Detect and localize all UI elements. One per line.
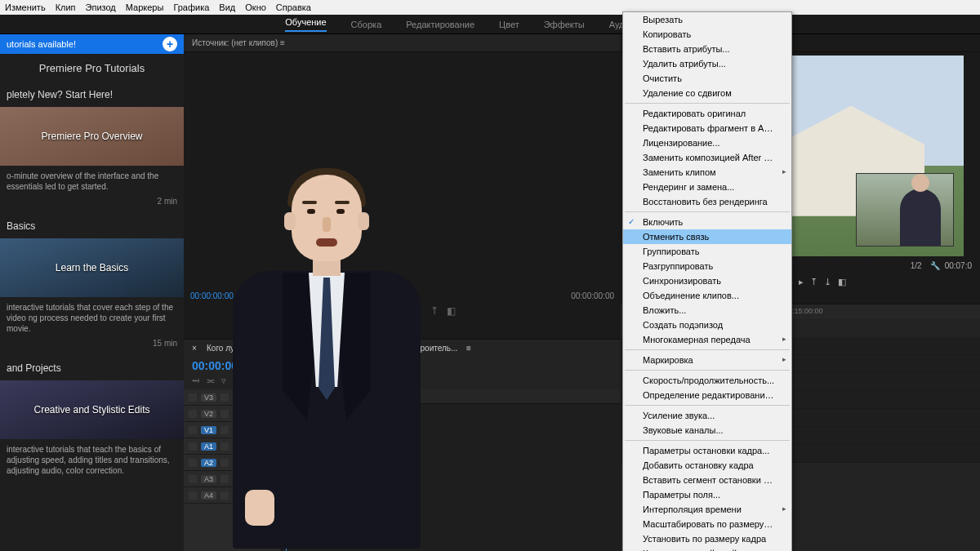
app-menubar[interactable]: ИзменитьКлипЭпизодМаркерыГрафикаВидОкноС… <box>0 0 980 15</box>
menu-item[interactable]: Изменить <box>5 2 46 12</box>
context-menu-item[interactable]: Отменить связь <box>623 229 791 244</box>
menu-separator <box>625 103 790 104</box>
context-menu-item[interactable]: Определение редактирования сцен... <box>623 388 791 402</box>
source-tc-out: 00:00:00:00 <box>571 291 614 300</box>
learn-title: Premiere Pro Tutorials <box>0 54 184 82</box>
menu-item[interactable]: Маркеры <box>126 2 164 12</box>
learn-panel: utorials available! + Premiere Pro Tutor… <box>0 34 184 551</box>
menu-separator <box>625 405 790 406</box>
menu-item[interactable]: Клип <box>56 2 76 12</box>
snap-icon[interactable]: ⤟ <box>192 375 199 386</box>
context-menu-item[interactable]: Объединение клипов... <box>623 288 791 303</box>
tutorial-desc: interactive tutorials that teach the bas… <box>0 444 184 479</box>
lift-icon[interactable]: ⤒ <box>810 277 817 287</box>
menu-separator <box>625 440 790 441</box>
lock-icon[interactable] <box>189 393 197 402</box>
pip-overlay <box>856 173 954 247</box>
step-fwd-icon[interactable]: ▸ <box>799 277 804 287</box>
workspace-tab[interactable]: Обучение <box>285 17 326 32</box>
learn-section-head: pletely New? Start Here! <box>0 82 184 107</box>
context-menu-item[interactable]: Заменить клипом <box>623 165 791 180</box>
context-menu-item[interactable]: Создать подэпизод <box>623 318 791 332</box>
menu-separator <box>625 349 790 350</box>
context-menu-item[interactable]: Параметры поля... <box>623 487 791 502</box>
tutorial-desc: o-minute overview of the interface and t… <box>0 171 184 195</box>
tutorial-duration: 15 min <box>0 337 184 356</box>
context-menu-item[interactable]: Установить по размеру кадра <box>623 531 791 546</box>
lock-icon[interactable] <box>189 410 197 418</box>
context-menu-item[interactable]: Добавить остановку кадра <box>623 458 791 473</box>
context-menu-item[interactable]: Многокамерная передача <box>623 332 791 347</box>
learn-section-head: Basics <box>0 214 184 238</box>
workspace-tab[interactable]: Цвет <box>499 20 519 29</box>
context-menu-item[interactable]: Звуковые каналы... <box>623 423 791 438</box>
context-menu-item[interactable]: Синхронизировать <box>623 273 791 288</box>
workspace-tab[interactable]: Сборка <box>351 20 382 29</box>
context-menu-item[interactable]: Разгруппировать <box>623 259 791 273</box>
lock-icon[interactable] <box>189 426 197 434</box>
lock-icon[interactable] <box>189 491 197 500</box>
tutorial-desc: interactive tutorials that cover each st… <box>0 302 184 337</box>
context-menu-item[interactable]: Группировать <box>623 244 791 259</box>
context-menu-item[interactable]: Включить <box>623 215 791 229</box>
context-menu-item[interactable]: Усиление звука... <box>623 408 791 423</box>
menu-item[interactable]: Вид <box>219 2 235 12</box>
context-menu-item[interactable]: Параметры остановки кадра... <box>623 443 791 458</box>
context-menu[interactable]: ВырезатьКопироватьВставить атрибуты...Уд… <box>622 11 792 551</box>
context-menu-item[interactable]: Вставить атрибуты... <box>623 42 791 56</box>
tutorial-thumb[interactable]: Creative and Stylistic Edits <box>0 380 184 439</box>
context-menu-item[interactable]: Вырезать <box>623 12 791 27</box>
source-tab-label: Источник: (нет клипов) <box>192 38 278 47</box>
context-menu-item[interactable]: Вставить сегмент остановки кадра <box>623 473 791 487</box>
context-menu-item[interactable]: Копировать <box>623 27 791 42</box>
extract-icon[interactable]: ⤓ <box>824 277 831 287</box>
lock-icon[interactable] <box>189 442 197 451</box>
tutorial-duration <box>0 479 184 489</box>
tutorial-duration: 2 min <box>0 195 184 214</box>
program-tc-right: 00:07:0 <box>945 261 972 270</box>
menu-item[interactable]: Справка <box>276 2 311 12</box>
tutorials-banner-text: utorials available! <box>7 39 76 49</box>
context-menu-item[interactable]: Вложить... <box>623 303 791 318</box>
lock-icon[interactable] <box>189 475 197 483</box>
context-menu-item[interactable]: Очистить <box>623 71 791 86</box>
menu-separator <box>625 370 790 371</box>
context-menu-item[interactable]: Скорость/продолжительность... <box>623 373 791 388</box>
learn-section-head: and Projects <box>0 356 184 380</box>
context-menu-item[interactable]: Удаление со сдвигом <box>623 86 791 100</box>
workspace-tabs[interactable]: ОбучениеСборкаРедактированиеЦветЭффектыА… <box>0 15 980 34</box>
menu-item[interactable]: Эпизод <box>86 2 116 12</box>
context-menu-item[interactable]: Масштабировать по размеру кадра <box>623 517 791 531</box>
context-menu-item[interactable]: Удалить атрибуты... <box>623 56 791 71</box>
source-panel-tab[interactable]: Источник: (нет клипов) ≡ <box>184 34 621 52</box>
lock-icon[interactable] <box>189 459 197 467</box>
add-icon[interactable]: + <box>163 37 177 51</box>
menu-separator <box>625 211 790 212</box>
tutorial-thumb[interactable]: Premiere Pro Overview <box>0 107 184 166</box>
presenter-overlay <box>204 163 449 547</box>
tutorial-thumb[interactable]: Learn the Basics <box>0 238 184 297</box>
context-menu-item[interactable]: Редактировать оригинал <box>623 106 791 121</box>
context-menu-item[interactable]: Корректирующий слой <box>623 546 791 551</box>
context-menu-item[interactable]: Редактировать фрагмент в Adobe Audition <box>623 121 791 136</box>
context-menu-item[interactable]: Интерполяция времени <box>623 502 791 517</box>
tutorials-banner[interactable]: utorials available! + <box>0 34 184 54</box>
program-zoom[interactable]: 1/2 <box>911 261 922 270</box>
context-menu-item[interactable]: Маркировка <box>623 353 791 367</box>
workspace-tab[interactable]: Редактирование <box>406 20 474 29</box>
context-menu-item[interactable]: Восстановить без рендеринга <box>623 194 791 209</box>
workspace-tab[interactable]: Эффекты <box>544 20 585 29</box>
context-menu-item[interactable]: Лицензирование... <box>623 136 791 150</box>
wrench-icon[interactable]: 🔧 <box>930 261 940 270</box>
menu-item[interactable]: Окно <box>245 2 266 12</box>
context-menu-item[interactable]: Заменить композицией After Effects <box>623 150 791 165</box>
menu-item[interactable]: Графика <box>173 2 209 12</box>
export-frame-icon[interactable]: ◧ <box>838 277 846 287</box>
close-tab-icon[interactable]: × <box>192 344 200 352</box>
context-menu-item[interactable]: Рендеринг и замена... <box>623 180 791 194</box>
